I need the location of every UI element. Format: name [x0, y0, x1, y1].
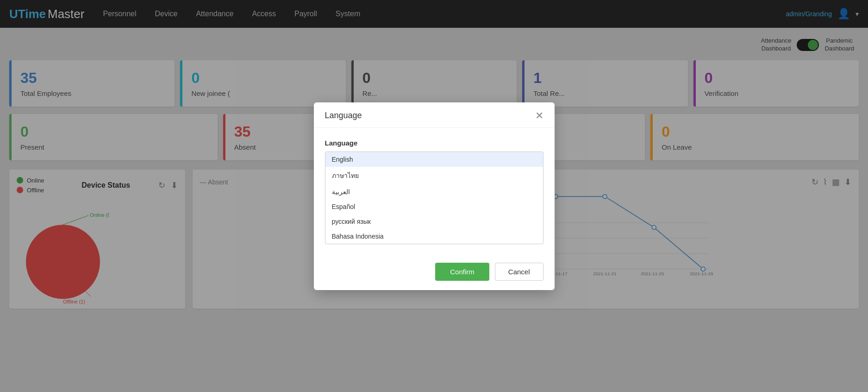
lang-item-english[interactable]: English — [325, 152, 543, 167]
modal-close-icon[interactable]: ✕ — [535, 111, 543, 121]
lang-item-russian[interactable]: русский язык — [325, 214, 543, 229]
modal-title: Language — [325, 111, 362, 120]
lang-item-arabic[interactable]: العربية — [325, 184, 543, 199]
lang-item-spanish[interactable]: Español — [325, 199, 543, 214]
language-modal: Language ✕ Language English ภาษาไทย العر… — [314, 102, 555, 290]
modal-header: Language ✕ — [314, 102, 555, 128]
modal-overlay[interactable]: Language ✕ Language English ภาษาไทย العر… — [0, 0, 868, 392]
lang-item-indonesian[interactable]: Bahasa Indonesia — [325, 229, 543, 244]
language-list[interactable]: English ภาษาไทย العربية Español русский … — [325, 152, 543, 244]
confirm-button[interactable]: Confirm — [435, 263, 489, 281]
language-field-label: Language — [325, 139, 543, 147]
modal-footer: Confirm Cancel — [314, 255, 555, 290]
lang-item-thai[interactable]: ภาษาไทย — [325, 167, 543, 184]
cancel-button[interactable]: Cancel — [495, 263, 543, 281]
modal-body: Language English ภาษาไทย العربية Español… — [314, 128, 555, 255]
